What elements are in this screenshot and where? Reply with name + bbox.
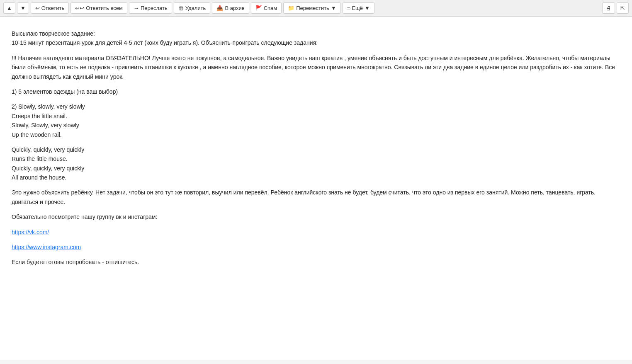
instagram-link[interactable]: https://www.instagram.com [12,244,81,250]
email-container: Высылаю творческое задание: 10-15 минут … [0,17,632,360]
reply-icon: ↩ [35,5,40,11]
explanation-text: Это нужно объяснить ребёнку. Нет задачи,… [12,188,620,206]
reply-button[interactable]: ↩ Ответить [31,2,69,14]
archive-icon: 📥 [216,5,223,11]
notice-paragraph: !!! Наличие наглядного материала ОБЯЗАТЕ… [12,53,620,81]
task2-header: 2) Slowly, slowly, very slowly [12,102,620,111]
nav-group: ▲ ▼ [3,2,29,14]
social-intro-text: Обязательно посмотрите нашу группу вк и … [12,212,620,221]
reply-all-icon: ↩↩ [75,5,84,11]
delete-icon: 🗑 [178,5,184,11]
vk-link-paragraph: https://vk.com/ [12,228,620,237]
move-icon: 📁 [288,5,294,11]
toolbar: ▲ ▼ ↩ Ответить ↩↩ Ответить всем → Пересл… [0,0,632,17]
more-icon: ≡ [347,5,350,11]
print-icon: 🖨 [606,5,611,11]
poem1-line3: Up the wooden rail. [12,130,620,139]
poem2-line2: Runs the little mouse. [12,154,620,163]
move-dropdown-icon: ▼ [331,5,336,11]
poem2-line3: Quickly, quickly, very quickly [12,164,620,173]
line1: Высылаю творческое задание: [12,29,620,38]
vk-link[interactable]: https://vk.com/ [12,229,49,235]
explanation-paragraph: Это нужно объяснить ребёнку. Нет задачи,… [12,188,620,206]
spam-icon: 🚩 [255,5,262,11]
email-body: Высылаю творческое задание: 10-15 минут … [12,29,620,267]
delete-button[interactable]: 🗑 Удалить [174,2,211,14]
social-paragraph: Обязательно посмотрите нашу группу вк и … [12,212,620,221]
poem2-line1: Quickly, quickly, very quickly [12,145,620,154]
move-button[interactable]: 📁 Переместить ▼ [283,2,341,14]
poem-section-1: 2) Slowly, slowly, very slowly Creeps th… [12,102,620,139]
closing-paragraph: Если будете готовы попробовать - отпишит… [12,257,620,267]
forward-icon: → [134,5,139,11]
expand-button[interactable]: ⇱ [617,2,629,14]
poem1-line1: Creeps the little snail. [12,112,620,121]
poem-section-2: Quickly, quickly, very quickly Runs the … [12,145,620,182]
expand-icon: ⇱ [620,5,625,11]
line2: 10-15 минут презентация-урок для детей 4… [12,38,620,47]
line3: !!! Наличие наглядного материала ОБЯЗАТЕ… [12,53,620,81]
poem1-line2: Slowly, Slowly, very slowly [12,121,620,130]
archive-button[interactable]: 📥 В архив [212,2,249,14]
toolbar-right-group: 🖨 ⇱ [602,2,629,14]
instagram-link-paragraph: https://www.instagram.com [12,243,620,252]
up-button[interactable]: ▲ [3,2,15,14]
poem2-line4: All around the house. [12,173,620,182]
task1-paragraph: 1) 5 элементов одежды (на ваш выбор) [12,87,620,96]
task1-text: 1) 5 элементов одежды (на ваш выбор) [12,87,620,96]
more-button[interactable]: ≡ Ещё ▼ [343,2,374,14]
print-button[interactable]: 🖨 [602,2,615,14]
forward-button[interactable]: → Переслать [129,2,172,14]
more-dropdown-icon: ▼ [365,5,370,11]
closing-text: Если будете готовы попробовать - отпишит… [12,257,620,267]
intro-paragraph: Высылаю творческое задание: 10-15 минут … [12,29,620,48]
reply-all-button[interactable]: ↩↩ Ответить всем [70,2,127,14]
down-button[interactable]: ▼ [17,2,29,14]
spam-button[interactable]: 🚩 Спам [251,2,282,14]
